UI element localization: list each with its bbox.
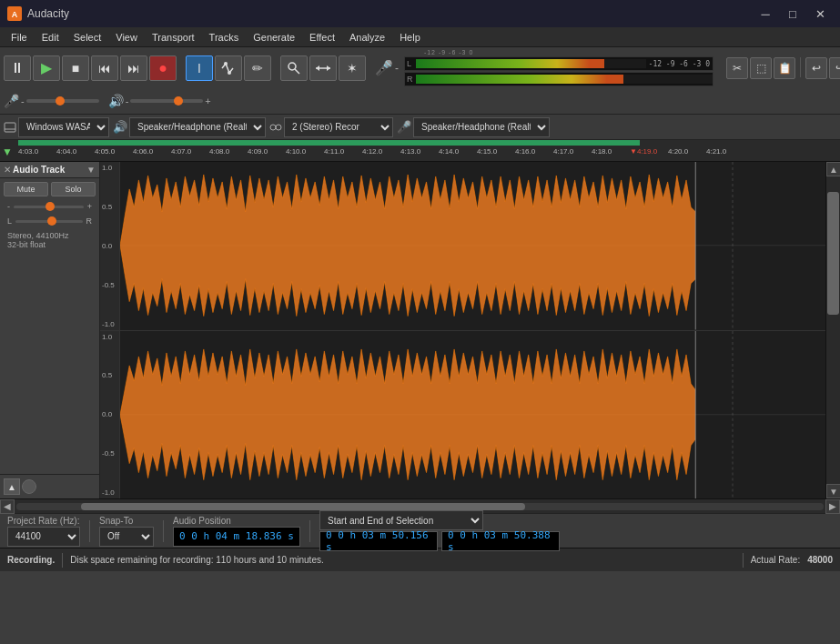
menu-tracks[interactable]: Tracks <box>202 27 247 46</box>
vscroll-thumb[interactable] <box>827 192 839 315</box>
redo-button[interactable]: ↪ <box>829 57 840 79</box>
host-select[interactable]: Windows WASA <box>18 117 109 137</box>
pencil-tool-button[interactable]: ✏ <box>244 55 271 81</box>
output-icon: 🔊 <box>113 120 127 134</box>
menu-analyze[interactable]: Analyze <box>342 27 392 46</box>
close-button[interactable]: ✕ <box>807 5 833 23</box>
copy-button[interactable]: ⬚ <box>750 57 772 79</box>
vscroll-down-button[interactable]: ▼ <box>826 484 840 498</box>
vol-thumb[interactable] <box>46 202 55 211</box>
hscroll-thumb[interactable] <box>81 503 525 510</box>
channels-select[interactable]: 2 (Stereo) Recor <box>284 117 393 137</box>
cut-button[interactable]: ✂ <box>726 57 748 79</box>
scale-2-neg: -0.5 <box>102 449 117 458</box>
zoom-tool-button[interactable] <box>280 55 308 81</box>
maximize-button[interactable]: □ <box>780 5 805 23</box>
menu-help[interactable]: Help <box>392 27 428 46</box>
envelope-tool-button[interactable] <box>215 55 242 81</box>
mic-area: 🎤 - <box>375 59 399 76</box>
track-header-left: ✕ Audio Track <box>4 165 65 175</box>
play-button[interactable]: ▶ <box>33 55 60 81</box>
selection-end-value: 0 0 h 03 m 50.388 s <box>448 529 553 553</box>
input-area: 🎤 Speaker/Headphone (Realt <box>397 117 550 137</box>
menu-edit[interactable]: Edit <box>35 27 66 46</box>
record-button[interactable]: ● <box>149 55 177 81</box>
mic-volume-thumb[interactable] <box>56 96 65 106</box>
hscroll-left-button[interactable]: ◀ <box>0 499 15 514</box>
timeline-dropdown[interactable]: ▼ <box>2 146 13 158</box>
volume-control: - + <box>0 200 99 215</box>
timeline[interactable]: ▼ 4:03.0 4:04.0 4:05.0 4:06.0 4:07.0 4:0… <box>0 140 840 162</box>
vscroll-track[interactable] <box>826 176 840 484</box>
input-select[interactable]: Speaker/Headphone (Realt <box>413 117 550 137</box>
input-icon: 🎤 <box>397 120 411 134</box>
selection-end-display[interactable]: 0 0 h 03 m 50.388 s <box>441 531 560 551</box>
svg-point-4 <box>228 71 231 75</box>
timeshift-tool-button[interactable] <box>309 55 337 81</box>
track-menu-button[interactable]: ▼ <box>86 165 96 175</box>
track-info-text: Stereo, 44100Hz32-bit float <box>7 231 92 249</box>
mic-minus: - <box>395 62 399 75</box>
waveform-channel-1[interactable]: 1.0 0.5 0.0 -0.5 -1.0 <box>100 162 825 331</box>
stop-button[interactable]: ■ <box>62 55 89 81</box>
scale-2-bot: -1.0 <box>102 488 117 497</box>
svg-text:A: A <box>12 10 18 19</box>
selection-start-display[interactable]: 0 0 h 03 m 50.156 s <box>319 531 438 551</box>
status-sep-1 <box>62 553 63 568</box>
speaker-volume-thumb[interactable] <box>174 96 183 106</box>
channels-icon <box>269 121 282 134</box>
minimize-button[interactable]: ─ <box>753 5 778 23</box>
meter-scale-R-numbers: -12 -9 -6 -3 0 <box>646 60 713 68</box>
actual-rate-label: Actual Rate: <box>751 555 800 565</box>
track-header: ✕ Audio Track ▼ <box>0 162 99 178</box>
scale-1-neg: -0.5 <box>102 281 117 289</box>
mic-icon: 🎤 <box>375 59 393 76</box>
project-rate-select[interactable]: 44100 <box>7 527 80 547</box>
menu-transport[interactable]: Transport <box>145 27 202 46</box>
next-button[interactable]: ⏭ <box>120 55 147 81</box>
output-select[interactable]: Speaker/Headphone (Realt <box>129 117 266 137</box>
selection-values: 0 0 h 03 m 50.156 s 0 0 h 03 m 50.388 s <box>319 531 560 551</box>
hscroll-track[interactable] <box>16 503 824 510</box>
multi-tool-button[interactable]: ✶ <box>339 55 366 81</box>
audio-position-display[interactable]: 0 0 h 04 m 18.836 s <box>173 527 300 547</box>
pan-thumb[interactable] <box>47 216 56 226</box>
snap-to-label: Snap-To <box>99 516 154 526</box>
mute-button[interactable]: Mute <box>4 182 48 196</box>
pan-slider[interactable] <box>15 220 82 223</box>
mute-solo-area: Mute Solo <box>0 178 99 200</box>
host-icon <box>4 121 16 134</box>
speaker-volume-slider[interactable] <box>130 99 203 103</box>
mic-volume-slider[interactable] <box>26 99 99 103</box>
undo-button[interactable]: ↩ <box>805 57 827 79</box>
track-expand-button[interactable]: ▲ <box>4 478 20 495</box>
svg-marker-8 <box>316 65 319 71</box>
selection-type-select[interactable]: Start and End of Selection <box>319 510 483 530</box>
project-rate-area: Project Rate (Hz): 44100 <box>7 516 80 547</box>
selection-region <box>18 140 640 146</box>
menu-select[interactable]: Select <box>66 27 109 46</box>
menu-generate[interactable]: Generate <box>246 27 302 46</box>
snap-to-select[interactable]: Off <box>99 527 154 547</box>
solo-button[interactable]: Solo <box>51 182 96 196</box>
track-color-indicator[interactable] <box>22 479 36 494</box>
svg-point-20 <box>276 125 281 130</box>
prev-button[interactable]: ⏮ <box>91 55 118 81</box>
vscroll-up-button[interactable]: ▲ <box>826 162 840 176</box>
track-close-button[interactable]: ✕ <box>4 165 11 175</box>
project-rate-label: Project Rate (Hz): <box>7 516 80 526</box>
scale-2-zero: 0.0 <box>102 410 117 418</box>
marker-18: 4:21.0 <box>706 147 726 156</box>
hscroll-right-button[interactable]: ▶ <box>825 499 840 514</box>
menu-effect[interactable]: Effect <box>302 27 342 46</box>
selection-tool-button[interactable]: I <box>186 55 213 81</box>
paste-button[interactable]: 📋 <box>774 57 795 79</box>
waveform-channel-2[interactable]: 1.0 0.5 0.0 -0.5 -1.0 <box>100 331 825 499</box>
vol-slider[interactable] <box>14 206 84 208</box>
pause-button[interactable]: ⏸ <box>4 55 31 81</box>
bottom-controls: Project Rate (Hz): 44100 Snap-To Off Aud… <box>0 513 840 548</box>
vu-meters: -12 -9 -6 -3 0 L -12 -9 -6 -3 0 R <box>404 49 713 86</box>
menu-view[interactable]: View <box>108 27 145 46</box>
menu-file[interactable]: File <box>4 27 35 46</box>
marker-5: 4:08.0 <box>209 147 229 156</box>
